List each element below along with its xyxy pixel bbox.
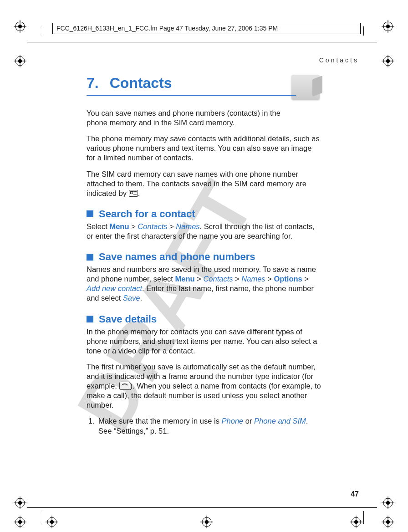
text: Select: [87, 222, 109, 230]
crop-line: [27, 42, 377, 42]
framemaker-header: FCC_6126H_6133H_en_1_FCC.fm Page 47 Tues…: [52, 23, 361, 34]
registration-mark: [14, 20, 26, 33]
phone-type-icon: [119, 382, 130, 390]
text: or: [243, 417, 254, 425]
header-text: FCC_6126H_6133H_en_1_FCC.fm Page 47 Tues…: [53, 23, 360, 34]
registration-mark: [200, 516, 213, 528]
registration-mark: [14, 496, 26, 509]
menu-path: Contacts: [203, 275, 233, 283]
registration-mark: [46, 516, 58, 528]
running-header: Contacts: [319, 56, 359, 64]
section-title: Search for a contact: [99, 208, 195, 220]
menu-path: Save: [123, 294, 140, 302]
registration-mark: [382, 20, 394, 33]
page-number: 47: [351, 490, 359, 498]
menu-path: Names: [241, 275, 265, 283]
menu-path: Options: [274, 275, 302, 283]
text: Make sure that the memory in use is: [98, 417, 222, 425]
para-intro-1: You can save names and phone numbers (co…: [87, 108, 282, 128]
text: >: [233, 275, 242, 283]
text: The SIM card memory can save names with …: [87, 170, 306, 197]
chapter-number: 7.: [87, 75, 99, 92]
registration-mark: [350, 516, 362, 528]
step-list: Make sure that the memory in use is Phon…: [87, 416, 321, 435]
registration-mark: [382, 496, 394, 509]
text: .: [140, 294, 142, 302]
menu-path: Contacts: [138, 222, 167, 230]
list-item: Make sure that the memory in use is Phon…: [97, 416, 321, 435]
square-bullet-icon: [87, 316, 93, 322]
registration-mark: [14, 55, 26, 67]
section-save-names: Save names and phone numbers: [87, 251, 321, 263]
square-bullet-icon: [87, 254, 93, 261]
menu-path: Menu: [175, 275, 194, 283]
square-bullet-icon: [87, 210, 93, 217]
text: .: [138, 189, 140, 197]
para-intro-2: The phone memory may save contacts with …: [87, 134, 321, 163]
section-title: Save names and phone numbers: [99, 251, 255, 263]
para-intro-3: The SIM card memory can save names with …: [87, 169, 321, 198]
crop-line: [43, 26, 43, 36]
registration-mark: [14, 516, 26, 528]
chapter-heading: 7. Contacts: [87, 75, 321, 92]
para-save-details-2: The first number you save is automatical…: [87, 362, 321, 410]
chapter-title: Contacts: [110, 75, 172, 92]
menu-path: Menu: [109, 222, 129, 230]
section-search: Search for a contact: [87, 208, 321, 220]
crop-line: [363, 26, 364, 36]
registration-mark: [382, 516, 394, 528]
menu-path: Names: [176, 222, 199, 230]
crop-line: [43, 511, 43, 524]
menu-path: Add new contact: [87, 284, 142, 292]
text: >: [302, 275, 309, 283]
text: >: [265, 275, 274, 283]
text: >: [129, 222, 138, 230]
page-content: 7. Contacts You can save names and phone…: [87, 75, 321, 440]
para-save-details-1: In the phone memory for contacts you can…: [87, 327, 321, 356]
crop-line: [363, 511, 364, 524]
text: >: [195, 275, 204, 283]
para-save-names: Names and numbers are saved in the used …: [87, 265, 321, 303]
para-search: Select Menu > Contacts > Names. Scroll t…: [87, 222, 321, 241]
registration-mark: [382, 55, 394, 67]
menu-path: Phone and SIM: [254, 417, 306, 425]
text: >: [167, 222, 176, 230]
sim-card-icon: [129, 190, 138, 197]
section-save-details: Save details: [87, 313, 321, 325]
menu-path: Phone: [222, 417, 244, 425]
chapter-rule: [87, 95, 296, 96]
crop-line: [27, 507, 377, 508]
section-title: Save details: [99, 313, 157, 325]
